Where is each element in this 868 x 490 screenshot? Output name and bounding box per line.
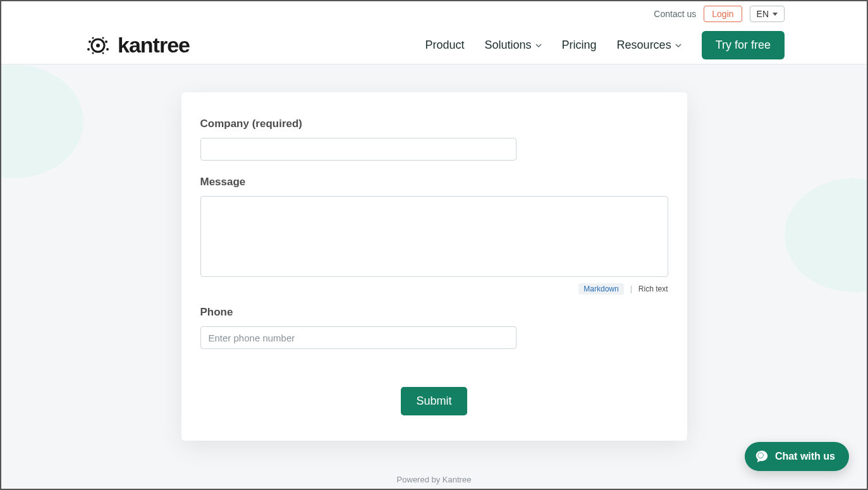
svg-point-5 (106, 48, 109, 51)
nav-product[interactable]: Product (425, 39, 464, 52)
editor-mode-switch: Markdown | Rich text (200, 283, 668, 295)
nav-resources[interactable]: Resources (617, 39, 682, 52)
login-button[interactable]: Login (704, 6, 742, 22)
markdown-mode[interactable]: Markdown (578, 283, 623, 295)
message-textarea[interactable] (200, 196, 668, 277)
phone-label: Phone (200, 306, 668, 319)
svg-point-6 (92, 37, 94, 39)
chevron-down-icon (535, 42, 542, 49)
nav-pricing[interactable]: Pricing (562, 39, 597, 52)
logo[interactable]: kantree (83, 33, 190, 58)
chat-widget-label: Chat with us (775, 451, 835, 462)
chat-bubble-icon (755, 450, 769, 463)
svg-point-3 (105, 40, 107, 43)
editor-mode-separator: | (630, 285, 632, 293)
header: kantree Product Solutions Pricing Resour… (1, 27, 867, 64)
chevron-down-icon (675, 42, 682, 49)
phone-input[interactable] (200, 326, 517, 349)
nav-solutions[interactable]: Solutions (485, 39, 542, 52)
svg-point-11 (758, 453, 763, 458)
contact-us-link[interactable]: Contact us (654, 9, 696, 19)
company-label: Company (required) (200, 118, 668, 130)
message-field-group: Message Markdown | Rich text (200, 176, 668, 295)
contact-form-card: Company (required) Message Markdown | Ri… (181, 92, 687, 441)
logo-swirl-icon (83, 34, 113, 57)
brand-name: kantree (118, 33, 190, 58)
company-field-group: Company (required) (200, 118, 668, 161)
submit-button[interactable]: Submit (401, 387, 467, 415)
svg-point-1 (96, 44, 100, 47)
svg-point-2 (89, 40, 91, 43)
powered-by: Powered by Kantree (1, 475, 867, 484)
nav-resources-label: Resources (617, 39, 671, 52)
form-container: Company (required) Message Markdown | Ri… (1, 64, 867, 441)
svg-point-7 (102, 37, 104, 39)
topbar: Contact us Login EN (1, 1, 867, 27)
svg-point-9 (102, 52, 104, 54)
message-label: Message (200, 176, 668, 188)
submit-row: Submit (200, 387, 668, 415)
language-select[interactable]: EN (750, 6, 785, 22)
company-input[interactable] (200, 138, 517, 161)
nav-links: Product Solutions Pricing Resources Try … (425, 31, 785, 59)
try-for-free-button[interactable]: Try for free (702, 31, 785, 59)
language-label: EN (757, 9, 769, 19)
richtext-mode[interactable]: Rich text (639, 285, 668, 293)
chat-widget[interactable]: Chat with us (745, 442, 849, 471)
caret-down-icon (773, 13, 778, 16)
nav-solutions-label: Solutions (485, 39, 532, 52)
svg-point-8 (92, 52, 94, 54)
phone-field-group: Phone (200, 306, 668, 349)
svg-point-4 (87, 48, 90, 51)
